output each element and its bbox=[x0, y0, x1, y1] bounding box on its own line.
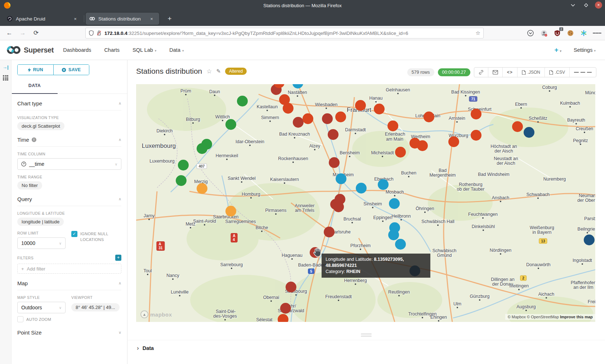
map-scatter-point-green[interactable] bbox=[178, 160, 189, 170]
tab-close-icon[interactable]: × bbox=[71, 16, 79, 22]
map-scatter-point-cyan[interactable] bbox=[395, 239, 406, 250]
time-range-pill[interactable]: No filter bbox=[17, 181, 42, 190]
favorite-star-icon[interactable]: ☆ bbox=[206, 68, 212, 75]
section-header[interactable]: Chart type∧ bbox=[17, 100, 121, 106]
map-scatter-point-cyan[interactable] bbox=[356, 183, 367, 194]
map-scatter-point-darkred[interactable] bbox=[293, 117, 304, 128]
account-icon[interactable]: × bbox=[539, 29, 548, 37]
map-scatter-point-green[interactable] bbox=[225, 119, 236, 130]
checkbox-checked-icon[interactable]: ✓ bbox=[71, 231, 77, 237]
time-column-select[interactable]: __time ∨ bbox=[17, 158, 121, 170]
map-scatter-point-red[interactable] bbox=[417, 140, 428, 151]
map-style-select[interactable]: Outdoors ∨ bbox=[17, 302, 66, 313]
reload-button[interactable]: ⟳ bbox=[31, 28, 41, 38]
map-scatter-point-red[interactable] bbox=[302, 113, 313, 124]
map-scatter-point-orange[interactable] bbox=[225, 206, 236, 217]
map-scatter-point-red[interactable] bbox=[278, 314, 288, 322]
tab-data[interactable]: DATA bbox=[12, 80, 58, 94]
settings-menu[interactable]: Settings ▾ bbox=[574, 47, 596, 53]
data-panel-toggle[interactable]: › Data bbox=[127, 340, 605, 356]
export-json-button[interactable]: .JSON bbox=[517, 68, 544, 77]
auto-zoom-checkbox[interactable]: AUTO ZOOM bbox=[17, 316, 71, 322]
attribution-mapbox[interactable]: © Mapbox bbox=[508, 315, 526, 319]
attribution-improve-link[interactable]: Improve this map bbox=[560, 315, 593, 319]
checkbox-unchecked[interactable] bbox=[17, 316, 23, 322]
map-scatter-point-cyan[interactable] bbox=[378, 179, 389, 190]
chart-menu-button[interactable] bbox=[569, 68, 596, 77]
embed-code-button[interactable]: <> bbox=[502, 68, 517, 77]
lonlat-pill[interactable]: longitude | latitude bbox=[17, 218, 64, 226]
viewport-pill[interactable]: 8° 46' 45.28" | 49... bbox=[71, 303, 120, 311]
map-scatter-point-darkred[interactable] bbox=[322, 113, 333, 124]
insecure-padlock-icon[interactable] bbox=[97, 30, 102, 36]
map-scatter-point-green[interactable] bbox=[237, 96, 248, 106]
section-header[interactable]: Point Size∨ bbox=[17, 329, 121, 336]
menu-icon[interactable] bbox=[593, 29, 601, 37]
new-tab-button[interactable]: + bbox=[165, 14, 174, 24]
new-item-button[interactable]: +▾ bbox=[554, 46, 561, 54]
map-scatter-point-red[interactable] bbox=[335, 112, 346, 122]
bookmark-star-icon[interactable]: ☆ bbox=[476, 30, 480, 36]
map-scatter-point-red[interactable] bbox=[387, 120, 398, 131]
url-bar[interactable]: 172.18.0.4:32251/superset/explore/?form_… bbox=[85, 28, 484, 38]
close-icon[interactable]: × bbox=[595, 1, 602, 9]
map-scatter-point-red[interactable] bbox=[424, 112, 434, 122]
map-scatter-point-red[interactable] bbox=[512, 121, 523, 132]
nav-dashboards[interactable]: Dashboards bbox=[63, 47, 91, 53]
viz-type-pill[interactable]: deck.gl Scatterplot bbox=[17, 122, 64, 130]
nav-sql-lab[interactable]: SQL Lab▾ bbox=[133, 47, 156, 53]
ublock-icon[interactable]: 2 bbox=[553, 29, 561, 37]
section-header[interactable]: Query∧ bbox=[17, 196, 121, 202]
row-limit-select[interactable]: 10000 ∨ bbox=[17, 237, 66, 249]
url-text[interactable]: 172.18.0.4:32251/superset/explore/?form_… bbox=[104, 31, 474, 36]
add-filter-plus-button[interactable]: + bbox=[115, 255, 121, 261]
map-scatter-point-red[interactable] bbox=[283, 103, 293, 114]
nav-data[interactable]: Data▾ bbox=[169, 47, 184, 53]
map-scatter-point-green[interactable] bbox=[176, 175, 187, 186]
export-csv-button[interactable]: .CSV bbox=[544, 68, 569, 77]
shield-permissions-icon[interactable] bbox=[89, 30, 94, 36]
maximize-icon[interactable] bbox=[582, 1, 590, 9]
add-filter-box[interactable]: + Add filter bbox=[17, 264, 121, 274]
map-scatter-point-darkred[interactable] bbox=[328, 129, 339, 140]
map-scatter-point-navy[interactable] bbox=[584, 235, 595, 245]
map-scatter-point-cyan[interactable] bbox=[389, 198, 400, 209]
map-scatter-point-darkred[interactable] bbox=[280, 303, 291, 314]
email-button[interactable] bbox=[488, 68, 502, 77]
pocket-icon[interactable] bbox=[526, 29, 535, 37]
map-scatter-point-green[interactable] bbox=[197, 143, 207, 154]
map-scatter-point-navy[interactable] bbox=[524, 127, 534, 138]
section-header[interactable]: Map∧ bbox=[17, 280, 121, 286]
mapbox-logo[interactable]: ▲ mapbox bbox=[140, 310, 172, 318]
map-scatter-point-darkred[interactable] bbox=[324, 227, 335, 237]
extension-asterisk-icon[interactable] bbox=[579, 29, 588, 37]
forward-button[interactable]: → bbox=[18, 28, 28, 38]
map-scatter-point-red[interactable] bbox=[471, 109, 481, 119]
deckgl-map[interactable]: PrümDaunNastättenWiesbadenFrankfurtHanau… bbox=[136, 84, 595, 322]
share-link-button[interactable] bbox=[474, 68, 488, 77]
map-scatter-point-cyan[interactable] bbox=[336, 173, 346, 184]
minimize-icon[interactable] bbox=[569, 1, 577, 9]
tab-stations-distribution[interactable]: Stations distribution × bbox=[86, 13, 159, 25]
map-scatter-point-cyan[interactable] bbox=[388, 229, 399, 240]
map-scatter-point-darkred[interactable] bbox=[333, 201, 344, 212]
run-button[interactable]: RUN bbox=[18, 65, 53, 75]
map-scatter-point-red[interactable] bbox=[471, 130, 481, 141]
map-scatter-point-darkred[interactable] bbox=[286, 282, 296, 292]
datasource-grid-icon[interactable] bbox=[3, 75, 8, 81]
nav-charts[interactable]: Charts bbox=[104, 47, 120, 53]
map-scatter-point-red[interactable] bbox=[395, 147, 406, 158]
resize-handle[interactable] bbox=[361, 332, 372, 338]
edit-properties-icon[interactable]: ✎ bbox=[216, 68, 221, 74]
back-button[interactable]: ← bbox=[4, 28, 14, 38]
map-scatter-point-darkred[interactable] bbox=[329, 157, 340, 168]
map-scatter-point-orange[interactable] bbox=[197, 183, 207, 194]
save-button[interactable]: SAVE bbox=[53, 65, 89, 75]
map-scatter-point-red[interactable] bbox=[374, 104, 385, 114]
ignore-null-checkbox[interactable]: ✓ IGNORE NULLLOCATIONS bbox=[71, 231, 121, 242]
cookie-icon[interactable] bbox=[566, 29, 575, 37]
tab-apache-druid[interactable]: Apache Druid × bbox=[3, 13, 83, 25]
tab-close-icon[interactable]: × bbox=[148, 16, 156, 22]
attribution-osm[interactable]: © OpenStreetMap bbox=[527, 315, 559, 319]
superset-brand[interactable]: Superset bbox=[6, 46, 54, 54]
